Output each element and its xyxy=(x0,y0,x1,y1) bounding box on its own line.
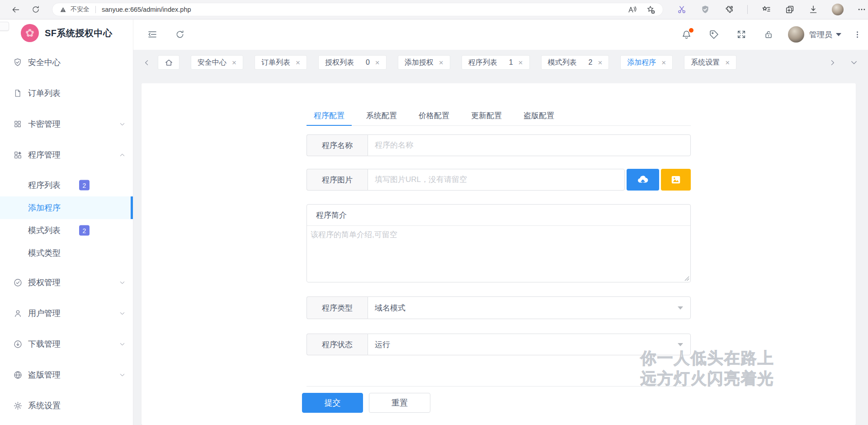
tab-system-settings[interactable]: 系统设置 × xyxy=(684,55,736,70)
sidebar-subitem-program-list[interactable]: 程序列表 2 xyxy=(0,174,133,196)
tab-add-auth[interactable]: 添加授权 × xyxy=(398,55,450,70)
resize-grip-icon[interactable] xyxy=(684,276,689,281)
chevron-down-icon xyxy=(119,341,126,348)
form-tab-update-config[interactable]: 更新配置 xyxy=(464,106,509,125)
program-name-row: 程序名称 xyxy=(307,134,691,156)
upload-image-button[interactable] xyxy=(627,169,659,191)
form-actions: 提交 重置 xyxy=(302,393,691,422)
submit-button[interactable]: 提交 xyxy=(302,393,363,413)
lock-icon[interactable] xyxy=(764,29,774,39)
sidebar-item-programs[interactable]: 程序管理 xyxy=(0,139,133,170)
not-secure-warning-icon xyxy=(60,6,66,13)
sidebar-item-security[interactable]: 安全中心 xyxy=(0,47,133,78)
brand-logo-icon: ✿ xyxy=(21,24,39,42)
tabs-scroll-left-icon[interactable] xyxy=(143,59,151,67)
close-icon[interactable]: × xyxy=(296,59,300,67)
program-type-value: 域名模式 xyxy=(375,303,406,313)
sidebar-item-cardkeys[interactable]: 卡密管理 xyxy=(0,109,133,139)
tabs-menu-chevron-icon[interactable] xyxy=(850,58,858,67)
not-secure-label[interactable]: 不安全 xyxy=(71,5,90,14)
username-label[interactable]: 管理员 xyxy=(809,29,832,40)
close-icon[interactable]: × xyxy=(598,59,602,67)
download-circle-icon xyxy=(12,339,23,349)
program-intro-textarea[interactable] xyxy=(307,226,690,282)
close-icon[interactable]: × xyxy=(661,59,666,67)
sidebar-item-piracy[interactable]: 盗版管理 xyxy=(0,359,133,390)
notification-bell-icon[interactable] xyxy=(681,29,692,40)
document-icon xyxy=(12,89,23,98)
collections-icon[interactable] xyxy=(785,5,795,14)
form-tab-price-config[interactable]: 价格配置 xyxy=(411,106,457,125)
tab-program-list[interactable]: 程序列表 1 × xyxy=(462,55,530,70)
home-icon xyxy=(165,58,173,67)
header-more-icon[interactable] xyxy=(853,30,862,39)
read-aloud-icon[interactable] xyxy=(627,5,637,14)
notification-dot xyxy=(689,28,693,33)
tag-icon[interactable] xyxy=(709,29,719,40)
program-type-select[interactable]: 域名模式 xyxy=(368,296,691,319)
downloads-icon[interactable] xyxy=(808,5,818,14)
extensions-puzzle-icon[interactable] xyxy=(724,5,734,14)
tabs-scroll-right-icon[interactable] xyxy=(829,59,836,67)
program-name-input[interactable] xyxy=(368,134,691,156)
sidebar-item-authorization[interactable]: 授权管理 xyxy=(0,267,133,298)
url-text[interactable]: sanyue.e:665/admin/index.php xyxy=(102,6,191,13)
collapse-menu-icon[interactable] xyxy=(147,29,158,40)
browser-refresh-icon[interactable] xyxy=(31,5,40,14)
tab-mode-list[interactable]: 模式列表 2 × xyxy=(541,55,609,70)
close-icon[interactable]: × xyxy=(232,59,236,67)
program-list-badge: 2 xyxy=(79,180,90,191)
program-status-label: 程序状态 xyxy=(307,334,368,355)
program-status-value: 运行 xyxy=(375,339,390,350)
form-card: 程序配置 系统配置 价格配置 更新配置 盗版配置 程序名称 程序图片 xyxy=(142,83,856,425)
tab-count: 0 xyxy=(366,58,370,67)
sidebar: ✿ SF系统授权中心 安全中心 订单列表 卡密管理 程序管理 xyxy=(0,19,133,425)
browser-menu-icon[interactable] xyxy=(857,5,866,14)
sidebar-item-downloads[interactable]: 下载管理 xyxy=(0,329,133,359)
mode-list-badge: 2 xyxy=(79,225,90,236)
sidebar-item-orders[interactable]: 订单列表 xyxy=(0,78,133,109)
user-avatar[interactable] xyxy=(788,26,804,43)
close-icon[interactable]: × xyxy=(375,59,380,67)
close-icon[interactable]: × xyxy=(725,59,730,67)
sidebar-item-settings[interactable]: 系统设置 xyxy=(0,390,133,421)
add-favorite-star-icon[interactable] xyxy=(646,5,656,14)
browser-back-icon[interactable] xyxy=(11,5,20,14)
program-intro-panel: 程序简介 xyxy=(307,204,691,282)
view-image-button[interactable] xyxy=(661,169,691,191)
browser-profile-avatar[interactable] xyxy=(832,4,844,15)
fullscreen-icon[interactable] xyxy=(736,29,746,39)
reset-button[interactable]: 重置 xyxy=(369,393,430,413)
refresh-page-icon[interactable] xyxy=(175,29,185,39)
form-tab-program-config[interactable]: 程序配置 xyxy=(307,106,352,125)
main-area: 管理员 安全中心 × 订单列表 xyxy=(133,19,868,425)
form-tab-piracy-config[interactable]: 盗版配置 xyxy=(516,106,561,125)
tab-count: 1 xyxy=(509,58,513,67)
favorites-hub-icon[interactable] xyxy=(761,5,771,14)
program-status-select[interactable]: 运行 xyxy=(368,334,691,355)
address-bar[interactable]: 不安全 sanyue.e:665/admin/index.php xyxy=(52,3,663,16)
globe-icon xyxy=(12,370,23,380)
tab-home[interactable] xyxy=(158,55,179,70)
program-image-label: 程序图片 xyxy=(307,169,368,191)
address-divider xyxy=(95,6,96,13)
extension-scissors-icon[interactable] xyxy=(677,5,687,14)
tab-security-center[interactable]: 安全中心 × xyxy=(191,55,243,70)
tab-add-program[interactable]: 添加程序 × xyxy=(620,55,673,70)
toolbar-divider xyxy=(747,5,748,14)
user-icon xyxy=(12,309,23,318)
tab-auth-list[interactable]: 授权列表 0 × xyxy=(318,55,387,70)
select-caret-icon xyxy=(678,343,683,346)
close-icon[interactable]: × xyxy=(519,59,523,67)
form-tab-system-config[interactable]: 系统配置 xyxy=(359,106,404,125)
tab-order-list[interactable]: 订单列表 × xyxy=(255,55,307,70)
extension-shield-icon[interactable] xyxy=(700,5,710,14)
program-image-input[interactable] xyxy=(368,169,625,191)
sidebar-subitem-mode-type[interactable]: 模式类型 xyxy=(0,242,133,264)
close-icon[interactable]: × xyxy=(439,59,443,67)
user-dropdown-caret-icon[interactable] xyxy=(836,33,841,36)
sidebar-item-users[interactable]: 用户管理 xyxy=(0,298,133,329)
chevron-down-icon xyxy=(119,310,126,317)
sidebar-subitem-mode-list[interactable]: 模式列表 2 xyxy=(0,219,133,242)
sidebar-subitem-add-program[interactable]: 添加程序 xyxy=(0,196,133,219)
